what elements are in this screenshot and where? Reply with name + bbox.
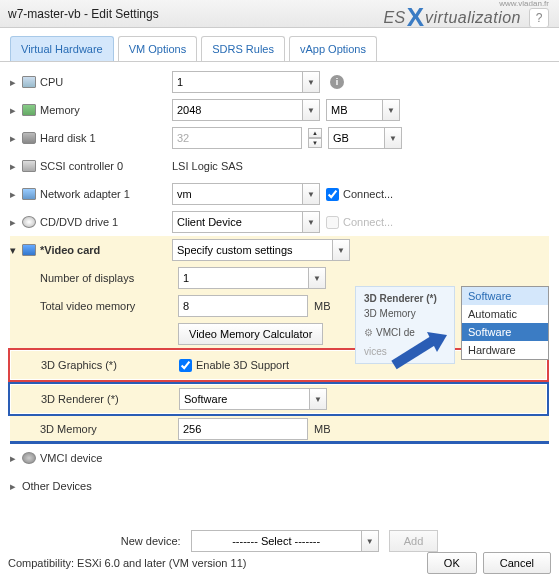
network-icon — [22, 188, 36, 200]
tab-vapp-options[interactable]: vApp Options — [289, 36, 377, 61]
cddvd-connect-checkbox — [326, 216, 339, 229]
chevron-down-icon[interactable]: ▼ — [361, 530, 379, 552]
brand-logo: www.vladan.fr ES X virtualization ? — [383, 2, 549, 33]
tab-bar: Virtual Hardware VM Options SDRS Rules v… — [0, 28, 559, 62]
mem3d-input[interactable] — [178, 418, 308, 440]
displays-select[interactable]: ▼ — [178, 267, 326, 289]
tab-sdrs-rules[interactable]: SDRS Rules — [201, 36, 285, 61]
window-title: w7-master-vb - Edit Settings — [8, 7, 159, 21]
logo-x-icon: X — [407, 2, 424, 33]
row-harddisk: ▸ Hard disk 1 ▲▼ ▼ — [10, 124, 549, 152]
titlebar: w7-master-vb - Edit Settings www.vladan.… — [0, 0, 559, 28]
expand-icon[interactable]: ▸ — [10, 188, 22, 201]
chevron-down-icon[interactable]: ▼ — [309, 388, 327, 410]
scsi-value: LSI Logic SAS — [172, 160, 243, 172]
cddvd-select[interactable]: ▼ — [172, 211, 320, 233]
video-settings-select[interactable]: ▼ — [172, 239, 350, 261]
row-cpu: ▸ CPU ▼ i — [10, 68, 549, 96]
help-icon[interactable]: ? — [529, 8, 549, 28]
chevron-down-icon[interactable]: ▼ — [302, 99, 320, 121]
expand-icon[interactable]: ▸ — [10, 216, 22, 229]
cd-icon — [22, 216, 36, 228]
gear-icon — [22, 452, 36, 464]
renderer-select[interactable]: ▼ — [179, 388, 327, 410]
cpu-icon — [22, 76, 36, 88]
tab-virtual-hardware[interactable]: Virtual Hardware — [10, 36, 114, 61]
dropdown-option[interactable]: Automatic — [462, 305, 548, 323]
memory-icon — [22, 104, 36, 116]
expand-icon[interactable]: ▸ — [10, 132, 22, 145]
total-video-memory-input[interactable] — [178, 295, 308, 317]
compatibility-text: Compatibility: ESXi 6.0 and later (VM ve… — [8, 557, 421, 569]
disk-unit[interactable]: ▼ — [328, 127, 402, 149]
cancel-button[interactable]: Cancel — [483, 552, 551, 574]
video-icon — [22, 244, 36, 256]
chevron-down-icon[interactable]: ▼ — [308, 267, 326, 289]
cpu-select[interactable]: ▼ — [172, 71, 320, 93]
chevron-down-icon[interactable]: ▼ — [382, 99, 400, 121]
enable-3d-checkbox[interactable] — [179, 359, 192, 372]
gear-icon: ⚙ — [364, 327, 373, 338]
chevron-down-icon[interactable]: ▼ — [302, 211, 320, 233]
disk-icon — [22, 132, 36, 144]
memory-unit[interactable]: ▼ — [326, 99, 400, 121]
ok-button[interactable]: OK — [427, 552, 477, 574]
new-device-label: New device: — [121, 535, 181, 547]
network-connect-checkbox[interactable] — [326, 188, 339, 201]
dropdown-option[interactable]: Hardware — [462, 341, 548, 359]
row-cddvd: ▸ CD/DVD drive 1 ▼ Connect... — [10, 208, 549, 236]
info-icon[interactable]: i — [330, 75, 344, 89]
expand-icon[interactable]: ▸ — [10, 76, 22, 89]
renderer-dropdown-menu[interactable]: Software Automatic Software Hardware — [461, 286, 549, 360]
memory-input[interactable]: ▼ — [172, 99, 320, 121]
expand-icon[interactable]: ▸ — [10, 480, 22, 493]
row-vmci: ▸ VMCI device — [10, 444, 549, 472]
chevron-down-icon[interactable]: ▼ — [332, 239, 350, 261]
dropdown-option-selected[interactable]: Software — [462, 323, 548, 341]
row-memory: ▸ Memory ▼ ▼ — [10, 96, 549, 124]
scsi-icon — [22, 160, 36, 172]
video-memory-calculator-button[interactable]: Video Memory Calculator — [178, 323, 323, 345]
new-device-select[interactable]: ▼ — [191, 530, 379, 552]
add-button[interactable]: Add — [389, 530, 439, 552]
annotation-arrow-icon — [389, 330, 449, 370]
expand-icon[interactable]: ▸ — [10, 160, 22, 173]
chevron-down-icon[interactable]: ▼ — [384, 127, 402, 149]
row-3d-memory: 3D Memory MB — [10, 416, 549, 444]
footer: Compatibility: ESXi 6.0 and later (VM ve… — [8, 552, 551, 574]
chevron-down-icon[interactable]: ▼ — [302, 183, 320, 205]
dropdown-option[interactable]: Software — [462, 287, 548, 305]
expand-icon[interactable]: ▸ — [10, 452, 22, 465]
spinner[interactable]: ▲▼ — [308, 128, 322, 148]
network-select[interactable]: ▼ — [172, 183, 320, 205]
tab-vm-options[interactable]: VM Options — [118, 36, 197, 61]
row-3d-renderer: 3D Renderer (*) ▼ — [11, 385, 546, 413]
row-other-devices: ▸ Other Devices — [10, 472, 549, 500]
disk-size-input[interactable] — [172, 127, 302, 149]
expand-icon[interactable]: ▸ — [10, 104, 22, 117]
row-scsi: ▸ SCSI controller 0 LSI Logic SAS — [10, 152, 549, 180]
row-videocard: ▾ *Video card ▼ — [10, 236, 549, 264]
collapse-icon[interactable]: ▾ — [10, 244, 22, 257]
chevron-down-icon[interactable]: ▼ — [302, 71, 320, 93]
row-network: ▸ Network adapter 1 ▼ Connect... — [10, 180, 549, 208]
